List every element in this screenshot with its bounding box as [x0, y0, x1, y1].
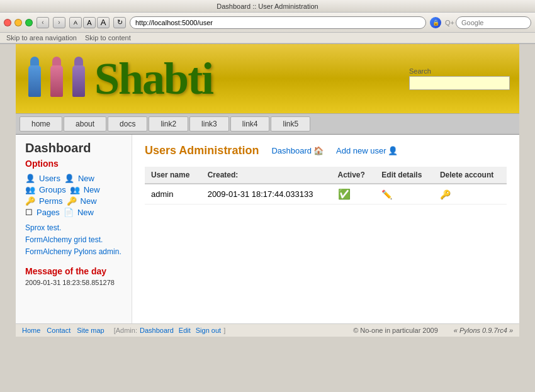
- forward-button[interactable]: ›: [53, 17, 65, 28]
- pages-checkbox-icon: ☐: [25, 208, 33, 217]
- sidebar-item-pages[interactable]: Pages: [37, 208, 60, 217]
- sidebar-new-pages[interactable]: New: [77, 208, 94, 217]
- skip-to-content-link[interactable]: Skip to content: [85, 34, 131, 42]
- formalchemy-grid-link: FormAlchemy grid test.: [25, 234, 122, 246]
- browser-title: Dashboard :: User Administration: [0, 0, 535, 13]
- cell-created: 2009-01-31 18:17:44.033133: [201, 184, 332, 204]
- sidebar-item-perms[interactable]: Perms: [39, 196, 63, 206]
- pages-new-icon: 📄: [64, 208, 74, 217]
- admin-bracket-close: ]: [223, 327, 225, 334]
- admin-bracket-open: [Admin:: [114, 327, 137, 334]
- sidebar-dashboard-title: Dashboard: [25, 141, 122, 155]
- sidebar: Dashboard Options 👤 Users 👤 New 👥 Groups…: [16, 135, 132, 323]
- formalchemy-pylons-link: FormAlchemy Pylons admin.: [25, 246, 122, 258]
- users-table: User name Created: Active? Edit details …: [145, 167, 507, 204]
- sidebar-new-perms[interactable]: New: [81, 196, 97, 206]
- user-icon: 👤: [25, 174, 35, 183]
- perms-icon: 🔑: [25, 196, 35, 206]
- sidebar-users-row: 👤 Users 👤 New: [25, 174, 122, 183]
- delete-account-icon[interactable]: 🔑: [440, 189, 451, 199]
- motd-title: Message of the day: [25, 266, 122, 276]
- footer-admin-signout-link[interactable]: Sign out: [196, 327, 221, 334]
- sidebar-new-users[interactable]: New: [78, 174, 94, 183]
- motd-date: 2009-01-31 18:23:58.851278: [25, 279, 122, 286]
- main-content: Users Administration Dashboard 🏠 Add new…: [132, 135, 519, 323]
- figurines-logo: [25, 57, 88, 101]
- group-new-icon: 👥: [70, 185, 80, 194]
- col-created: Created:: [201, 167, 332, 184]
- page-header: Users Administration Dashboard 🏠 Add new…: [145, 144, 507, 157]
- footer-pylons: « Pylons 0.9.7rc4 »: [454, 327, 513, 334]
- sidebar-options-title: Options: [25, 159, 122, 169]
- col-active: Active?: [332, 167, 376, 184]
- active-check-icon: ✅: [338, 189, 351, 199]
- nav-item-about[interactable]: about: [64, 116, 106, 132]
- font-small-button[interactable]: A: [69, 17, 82, 28]
- cell-username: admin: [145, 184, 201, 204]
- site-search-input[interactable]: [409, 76, 510, 90]
- breadcrumb-dashboard-link[interactable]: Dashboard 🏠: [271, 146, 324, 155]
- nav-item-link3[interactable]: link3: [189, 116, 229, 132]
- ssl-icon: 🔒: [430, 17, 441, 28]
- close-button[interactable]: [4, 19, 11, 26]
- col-delete: Delete account: [434, 167, 507, 184]
- nav-item-link2[interactable]: link2: [149, 116, 188, 132]
- maximize-button[interactable]: [25, 19, 33, 26]
- window-controls: [4, 19, 33, 26]
- cell-active: ✅: [332, 184, 376, 204]
- nav-item-link5[interactable]: link5: [271, 116, 310, 132]
- breadcrumb-icon: 🏠: [313, 146, 324, 155]
- search-label: Search: [409, 67, 431, 75]
- add-user-icon: 👤: [388, 146, 398, 155]
- url-bar[interactable]: [130, 16, 426, 29]
- main-nav: home about docs link2 link3 link4 link5: [16, 113, 519, 135]
- footer-sitemap-link[interactable]: Site map: [77, 327, 104, 334]
- back-button[interactable]: ‹: [37, 17, 49, 28]
- sidebar-extras: Sprox test. FormAlchemy grid test. FormA…: [25, 222, 122, 259]
- minimize-button[interactable]: [14, 19, 22, 26]
- sprox-link: Sprox test.: [25, 222, 122, 234]
- footer-admin-dashboard-link[interactable]: Dashboard: [140, 327, 174, 334]
- nav-item-docs[interactable]: docs: [108, 116, 147, 132]
- nav-item-link4[interactable]: link4: [230, 116, 270, 132]
- search-magnifier-icon: Q+: [445, 19, 454, 26]
- nav-item-home[interactable]: home: [20, 116, 62, 132]
- font-large-button[interactable]: A: [97, 17, 110, 28]
- sidebar-perms-row: 🔑 Perms 🔑 New: [25, 196, 122, 206]
- breadcrumb-label: Dashboard: [271, 146, 312, 155]
- figurine-blue: [25, 57, 44, 101]
- col-username: User name: [145, 167, 201, 184]
- edit-pencil-icon[interactable]: ✏️: [381, 189, 392, 199]
- site-footer: Home Contact Site map [Admin: Dashboard …: [16, 323, 519, 337]
- sidebar-item-users[interactable]: Users: [39, 174, 60, 183]
- footer-contact-link[interactable]: Contact: [47, 327, 70, 334]
- skip-to-nav-link[interactable]: Skip to area navigation: [6, 34, 77, 42]
- group-icon: 👥: [25, 185, 35, 194]
- perms-new-icon: 🔑: [67, 196, 77, 206]
- figurine-purple: [69, 57, 88, 101]
- site-header: Shabti Search: [16, 44, 519, 113]
- sidebar-groups-row: 👥 Groups 👥 New: [25, 185, 122, 194]
- cell-edit: ✏️: [375, 184, 434, 204]
- figurine-pink: [47, 57, 66, 101]
- font-medium-button[interactable]: A: [83, 17, 96, 28]
- site-title: Shabti: [94, 53, 213, 105]
- table-row: admin 2009-01-31 18:17:44.033133 ✅ ✏️ 🔑: [145, 184, 507, 204]
- sidebar-new-groups[interactable]: New: [84, 185, 100, 194]
- sidebar-item-groups[interactable]: Groups: [39, 185, 66, 194]
- cell-delete: 🔑: [434, 184, 507, 204]
- refresh-button[interactable]: ↻: [113, 17, 126, 28]
- col-edit: Edit details: [375, 167, 434, 184]
- add-new-user-label: Add new user: [336, 146, 386, 155]
- user-new-icon: 👤: [64, 174, 74, 183]
- footer-copyright: © No-one in particular 2009: [353, 327, 438, 334]
- footer-admin-edit-link[interactable]: Edit: [179, 327, 191, 334]
- browser-search-input[interactable]: [456, 16, 531, 29]
- page-heading: Users Administration: [145, 144, 259, 157]
- sidebar-pages-row: ☐ Pages 📄 New: [25, 208, 122, 217]
- footer-home-link[interactable]: Home: [22, 327, 40, 334]
- add-new-user-link[interactable]: Add new user 👤: [336, 146, 398, 155]
